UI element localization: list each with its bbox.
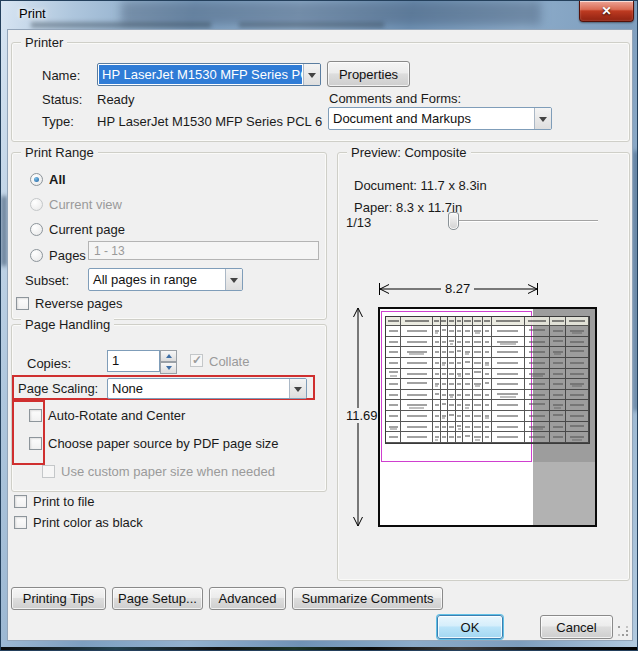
- preview-table-cell: [401, 326, 433, 337]
- preview-table-cell: [448, 400, 456, 411]
- paper-source-label[interactable]: Choose paper source by PDF page size: [48, 436, 279, 451]
- preview-table-cell: [386, 317, 401, 326]
- preview-table-cell: [463, 326, 473, 337]
- copies-stepper[interactable]: [160, 350, 177, 372]
- print-color-black-label[interactable]: Print color as black: [33, 515, 143, 530]
- radio-pages[interactable]: [30, 249, 43, 262]
- paper-source-checkbox[interactable]: [29, 437, 42, 450]
- preview-table-cell: [483, 390, 491, 401]
- preview-table-cell: [463, 432, 473, 443]
- preview-table-cell: [386, 411, 401, 422]
- preview-table: [385, 316, 590, 444]
- subset-select[interactable]: All pages in range: [88, 268, 243, 291]
- preview-table-cell: [456, 432, 463, 443]
- reverse-pages-checkbox[interactable]: [16, 297, 29, 310]
- preview-table-cell: [441, 400, 448, 411]
- print-range-group-title: Print Range: [21, 145, 98, 160]
- preview-table-cell: [483, 400, 491, 411]
- printer-group-title: Printer: [21, 35, 67, 50]
- page-setup-button[interactable]: Page Setup...: [112, 587, 203, 610]
- print-color-black-checkbox[interactable]: [14, 516, 27, 529]
- preview-paper-info: Paper: 8.3 x 11.7in: [354, 200, 462, 215]
- preview-table-cell: [433, 432, 440, 443]
- print-to-file-checkbox[interactable]: [14, 495, 27, 508]
- preview-table-cell: [550, 358, 567, 369]
- pages-range-input[interactable]: 1 - 13: [88, 241, 319, 260]
- custom-paper-checkbox: [42, 465, 55, 478]
- preview-table-cell: [401, 390, 433, 401]
- preview-table-cell: [386, 432, 401, 443]
- chevron-down-icon[interactable]: [303, 64, 320, 85]
- radio-current-page[interactable]: [30, 223, 43, 236]
- preview-table-cell: [433, 400, 440, 411]
- radio-current-page-label[interactable]: Current page: [49, 222, 125, 237]
- print-to-file-label[interactable]: Print to file: [33, 494, 94, 509]
- preview-table-cell: [433, 411, 440, 422]
- preview-page-frame: [378, 307, 597, 527]
- chevron-down-icon[interactable]: [289, 379, 306, 398]
- advanced-button[interactable]: Advanced: [209, 587, 286, 610]
- preview-table-cell: [463, 411, 473, 422]
- auto-rotate-label[interactable]: Auto-Rotate and Center: [48, 408, 185, 423]
- radio-all[interactable]: [30, 173, 43, 186]
- preview-table-cell: [525, 390, 550, 401]
- preview-table-cell: [473, 411, 484, 422]
- preview-table-cell: [473, 390, 484, 401]
- ok-button[interactable]: OK: [437, 615, 503, 639]
- custom-paper-label: Use custom paper size when needed: [61, 464, 275, 479]
- printer-status-value: Ready: [97, 92, 135, 107]
- preview-table-cell: [473, 347, 484, 358]
- preview-table-cell: [448, 337, 456, 348]
- preview-table-cell: [386, 347, 401, 358]
- preview-page-slider-track[interactable]: [450, 220, 598, 222]
- preview-table-cell: [525, 317, 550, 326]
- comments-forms-select[interactable]: Document and Markups: [328, 107, 552, 130]
- close-button[interactable]: ✕: [579, 1, 634, 22]
- preview-table-cell: [448, 317, 456, 326]
- preview-table-cell: [448, 422, 456, 433]
- preview-table-cell: [525, 411, 550, 422]
- window-title: Print: [19, 6, 46, 21]
- preview-table-cell: [448, 347, 456, 358]
- preview-table-cell: [463, 400, 473, 411]
- properties-button[interactable]: Properties: [327, 61, 410, 87]
- chevron-down-icon[interactable]: [534, 108, 551, 129]
- preview-table-cell: [401, 347, 433, 358]
- preview-table-cell: [473, 432, 484, 443]
- preview-page-slider-thumb[interactable]: [448, 212, 459, 230]
- preview-table-cell: [463, 317, 473, 326]
- preview-table-cell: [566, 432, 589, 443]
- preview-table-cell: [386, 422, 401, 433]
- radio-all-label[interactable]: All: [49, 172, 66, 187]
- preview-table-cell: [463, 369, 473, 380]
- stepper-down-icon[interactable]: [160, 362, 177, 374]
- preview-table-cell: [448, 411, 456, 422]
- preview-table-cell: [441, 326, 448, 337]
- preview-table-cell: [566, 347, 589, 358]
- preview-table-cell: [401, 432, 433, 443]
- preview-table-cell: [566, 379, 589, 390]
- preview-table-cell: [386, 369, 401, 380]
- summarize-comments-button[interactable]: Summarize Comments: [292, 587, 443, 610]
- chevron-down-icon[interactable]: [225, 269, 242, 290]
- preview-table-cell: [456, 390, 463, 401]
- preview-table-cell: [386, 337, 401, 348]
- reverse-pages-label[interactable]: Reverse pages: [35, 296, 122, 311]
- preview-table-cell: [433, 358, 440, 369]
- printer-name-select[interactable]: HP LaserJet M1530 MFP Series PCL 6: [97, 63, 321, 86]
- page-scaling-select[interactable]: None: [107, 378, 307, 399]
- printing-tips-button[interactable]: Printing Tips: [11, 587, 106, 610]
- radio-pages-label[interactable]: Pages: [49, 248, 86, 263]
- resize-grip[interactable]: [618, 626, 629, 637]
- copies-input[interactable]: 1: [107, 350, 160, 372]
- auto-rotate-checkbox[interactable]: [29, 409, 42, 422]
- preview-table-cell: [433, 337, 440, 348]
- preview-table-cell: [566, 411, 589, 422]
- stepper-up-icon[interactable]: [160, 350, 177, 362]
- preview-table-cell: [441, 379, 448, 390]
- preview-table-cell: [483, 422, 491, 433]
- cancel-button[interactable]: Cancel: [540, 615, 613, 639]
- preview-table-cell: [463, 347, 473, 358]
- preview-table-cell: [483, 347, 491, 358]
- preview-document-info: Document: 11.7 x 8.3in: [354, 178, 487, 193]
